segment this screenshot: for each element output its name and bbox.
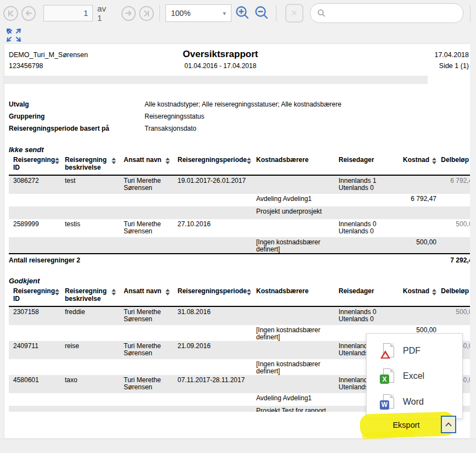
- cell-kostnad: 6 792,47: [388, 195, 439, 203]
- search-input[interactable]: [330, 9, 456, 18]
- zoom-level-select[interactable]: 100% ▾: [165, 4, 231, 22]
- export-button-label: Eksport: [372, 416, 441, 434]
- column-header-kostnad[interactable]: Kostnad: [388, 156, 439, 164]
- sort-icon[interactable]: [247, 156, 251, 164]
- export-split-toggle[interactable]: [441, 416, 456, 433]
- export-excel-item[interactable]: X Excel: [367, 366, 462, 386]
- last-page-button[interactable]: [139, 6, 154, 21]
- excel-file-icon: X: [380, 368, 394, 384]
- cell-name: Turi Merethe Sørensen: [124, 377, 178, 391]
- section-total: 7 292,47: [410, 256, 470, 264]
- section-title-godkjent: Godkjent: [9, 277, 470, 285]
- sort-icon[interactable]: [112, 156, 116, 164]
- zoom-out-button[interactable]: [253, 4, 270, 22]
- table-row: Avdeling Avdeling1 6 792,47: [9, 194, 470, 206]
- column-header-kostnad[interactable]: Kostnad: [388, 287, 439, 295]
- sort-icon[interactable]: [432, 287, 436, 295]
- cell-kostnadsbaerere: [Ingen kostnadsbærer definert]: [256, 361, 339, 375]
- table-row: Prosjekt underprosjekt: [9, 206, 470, 219]
- header-divider-band: [4, 76, 428, 84]
- zoom-in-icon: [235, 5, 250, 20]
- word-file-icon: W: [380, 394, 394, 410]
- table-ikke-sendt: Reiseregning ID Reiseregning beskrivelse…: [9, 156, 470, 266]
- table-header-row: Reiseregning ID Reiseregning beskrivelse…: [9, 287, 470, 307]
- sort-icon[interactable]: [112, 287, 116, 295]
- sort-icon[interactable]: [432, 156, 436, 164]
- section-title-ikke-sendt: Ikke sendt: [9, 146, 470, 154]
- column-header-desc[interactable]: Reiseregning beskrivelse: [65, 287, 124, 303]
- page-margin: [470, 26, 476, 453]
- filter-label: Utvalg: [9, 98, 145, 110]
- cell-kostnadsbaerere: Prosjekt Test for rapport: [256, 407, 339, 412]
- cell-name: Turi Merethe Sørensen: [124, 221, 178, 235]
- cell-period: 31.08.2016: [178, 309, 256, 316]
- filter-row: Gruppering Reiseregningsstatus: [9, 110, 470, 122]
- export-menu: PDF X Excel W Word: [366, 333, 463, 419]
- column-header-desc[interactable]: Reiseregning beskrivelse: [65, 156, 124, 171]
- cell-name: Turi Merethe Sørensen: [124, 343, 178, 357]
- cell-reisedager: Innenlands 0 Utenlands 0: [339, 221, 388, 235]
- cell-reisedager: Innenlands 1 Utenlands 0: [339, 177, 388, 192]
- cell-kostnadsbaerere: Avdeling Avdeling1: [256, 395, 339, 402]
- search-icon: [317, 9, 326, 18]
- arrow-right-icon: [125, 10, 132, 16]
- sort-icon[interactable]: [165, 287, 170, 295]
- export-word-item[interactable]: W Word: [367, 392, 462, 412]
- page-number-input[interactable]: [43, 5, 93, 21]
- export-pdf-item[interactable]: PDF: [367, 341, 462, 361]
- bottom-strip: [0, 439, 476, 453]
- close-icon: ✕: [291, 8, 298, 18]
- export-word-label: Word: [403, 397, 424, 407]
- report-page-label: Side 1 (1): [434, 60, 469, 71]
- cell-kostnadsbaerere: [Ingen kostnadsbærer definert]: [256, 327, 339, 341]
- expand-arrows-icon: [6, 28, 21, 42]
- export-button[interactable]: Eksport: [372, 416, 456, 434]
- chevron-up-icon: [445, 422, 452, 427]
- sort-icon[interactable]: [55, 287, 59, 295]
- viewer-toolbar: av 1 100% ▾ ✕: [0, 0, 476, 26]
- column-header-delbelop[interactable]: Delbeløp: [439, 156, 470, 164]
- clear-search-button: ✕: [285, 4, 303, 23]
- column-header-delbelop[interactable]: Delbeløp: [439, 287, 470, 295]
- cell-period: 19.01.2017-26.01.2017: [178, 177, 256, 184]
- zoom-out-icon: [254, 5, 269, 20]
- cell-id: 2589999: [9, 221, 65, 228]
- table-row: [Ingen kostnadsbærer definert] 500,00: [9, 237, 470, 253]
- cell-period: 21.09.2016: [178, 343, 256, 350]
- cell-desc: testis: [65, 221, 124, 228]
- zoom-level-value: 100%: [171, 9, 191, 18]
- zoom-in-button[interactable]: [234, 4, 251, 22]
- toolbar-separator: [470, 5, 471, 21]
- report-header: DEMO_Turi_M_Sørensen 123456798 Oversikts…: [9, 48, 470, 72]
- cell-id: 2409711: [9, 343, 65, 350]
- column-header-kostnadsbaerere: Kostnadsbærere: [256, 156, 339, 164]
- column-header-period[interactable]: Reiseregningsperiode: [178, 156, 256, 164]
- toolbar-separator: [276, 5, 276, 21]
- cell-delbelop: 500,00: [439, 221, 470, 228]
- column-header-id[interactable]: Reiseregning ID: [9, 156, 65, 171]
- column-header-id[interactable]: Reiseregning ID: [9, 287, 65, 303]
- column-header-name[interactable]: Ansatt navn: [124, 287, 178, 295]
- first-page-button[interactable]: [3, 6, 18, 21]
- sort-icon[interactable]: [165, 156, 170, 164]
- column-header-kostnadsbaerere: Kostnadsbærere: [256, 287, 339, 295]
- filter-value: Alle kostnadstyper; Alle reiseregningsst…: [145, 98, 470, 110]
- filter-value: Transaksjonsdato: [145, 122, 470, 135]
- cell-name: Turi Merethe Sørensen: [124, 309, 178, 323]
- column-header-period[interactable]: Reiseregningsperiode: [178, 287, 256, 295]
- previous-page-button[interactable]: [21, 6, 36, 21]
- fullscreen-toggle[interactable]: [6, 28, 21, 42]
- cell-desc: reise: [65, 343, 124, 350]
- section-count-label: Antall reiseregninger 2: [9, 256, 410, 264]
- column-header-name[interactable]: Ansatt navn: [124, 156, 178, 164]
- cell-kostnadsbaerere: Avdeling Avdeling1: [256, 195, 339, 203]
- sort-icon[interactable]: [247, 287, 251, 295]
- search-box[interactable]: [310, 3, 463, 23]
- cell-reisedager: Innenlands 0 Utenlands 0: [339, 309, 388, 323]
- table-row: 2307158 freddie Turi Merethe Sørensen 31…: [9, 307, 470, 325]
- next-page-button[interactable]: [121, 6, 136, 21]
- pdf-file-icon: [380, 343, 394, 359]
- sort-icon[interactable]: [55, 156, 59, 164]
- cell-desc: taxo: [65, 377, 124, 384]
- report-date-range: 01.04.2016 - 17.04.2018: [9, 62, 432, 70]
